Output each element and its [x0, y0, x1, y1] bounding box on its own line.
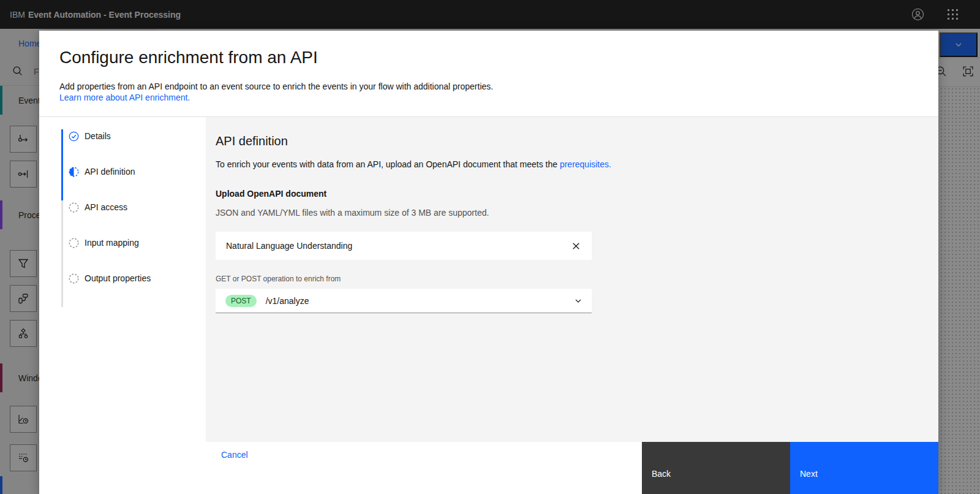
panel-intro: To enrich your events with data from an …: [216, 159, 929, 170]
modal-header: Configure enrichment from an API Add pro…: [39, 31, 938, 116]
progress-stepper: Details API definition API access In: [39, 117, 206, 442]
step-label: Details: [85, 131, 111, 141]
method-tag: POST: [225, 295, 257, 307]
step-label: API access: [85, 202, 127, 212]
step-details[interactable]: Details: [61, 129, 206, 165]
modal-footer: Cancel Back Next: [39, 442, 938, 494]
step-label: Output properties: [85, 273, 151, 283]
step-input-mapping[interactable]: Input mapping: [61, 236, 206, 272]
learn-more-link[interactable]: Learn more about API enrichment.: [59, 92, 190, 103]
step-api-definition[interactable]: API definition: [61, 165, 206, 200]
operation-path: /v1/analyze: [266, 296, 309, 306]
api-definition-panel: API definition To enrich your events wit…: [206, 117, 938, 442]
step-output-properties[interactable]: Output properties: [61, 272, 206, 307]
remove-file-button[interactable]: [568, 238, 583, 253]
operation-select-label: GET or POST operation to enrich from: [216, 274, 929, 284]
modal-body: Details API definition API access In: [39, 116, 938, 442]
step-complete-icon: [69, 131, 79, 142]
step-incomplete-icon: [69, 273, 79, 284]
back-button[interactable]: Back: [642, 442, 790, 494]
close-icon: [571, 241, 581, 251]
panel-heading: API definition: [216, 133, 929, 149]
operation-dropdown[interactable]: POST /v1/analyze: [216, 289, 592, 313]
step-api-access[interactable]: API access: [61, 200, 206, 236]
modal-title: Configure enrichment from an API: [59, 47, 918, 69]
cancel-button[interactable]: Cancel: [221, 450, 248, 460]
prerequisites-link[interactable]: prerequisites.: [560, 159, 611, 169]
upload-helper-text: JSON and YAML/YML files with a maximum s…: [216, 207, 929, 218]
next-button[interactable]: Next: [790, 442, 938, 494]
step-current-icon: [69, 167, 79, 177]
modal-description: Add properties from an API endpoint to a…: [59, 81, 918, 92]
configure-enrichment-modal: Configure enrichment from an API Add pro…: [39, 31, 938, 494]
upload-openapi-label: Upload OpenAPI document: [216, 188, 929, 199]
step-incomplete-icon: [69, 202, 79, 213]
intro-text: To enrich your events with data from an …: [216, 159, 560, 169]
uploaded-file-name: Natural Language Understanding: [226, 241, 352, 251]
step-label: Input mapping: [85, 238, 139, 248]
uploaded-file-tile: Natural Language Understanding: [216, 232, 592, 260]
step-incomplete-icon: [69, 238, 79, 248]
chevron-down-icon: [573, 296, 583, 306]
step-label: API definition: [85, 167, 135, 177]
